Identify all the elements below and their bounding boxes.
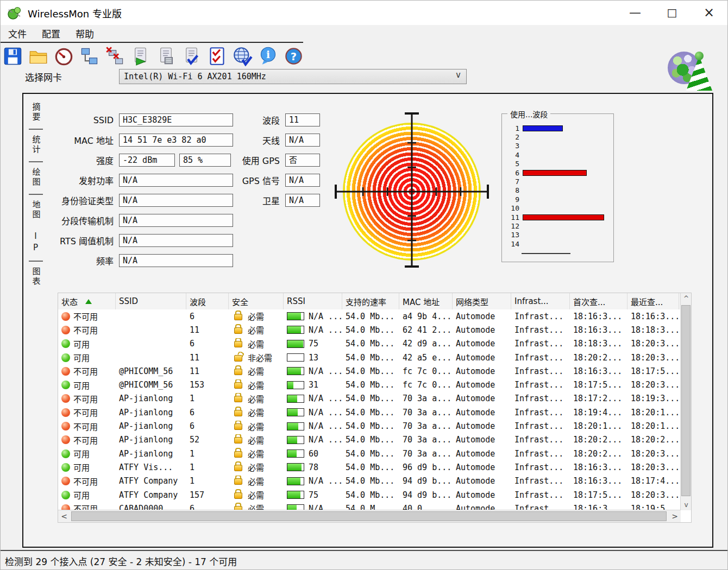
table-row[interactable]: 可用ATFY Vis...1必需7854.0 Mb...96 d9 b...Au… — [58, 460, 681, 474]
fragmentation-label: 分段传输机制 — [28, 214, 114, 227]
rts-threshold-value: N/A — [119, 234, 233, 247]
table-row[interactable]: 不可用AP-jianlong6必需N/A ...54.0 Mb...70 3a … — [58, 406, 681, 419]
channel-bar — [523, 170, 587, 176]
status-unavailable-icon — [61, 326, 70, 334]
scroll-down-arrow[interactable]: v — [681, 499, 692, 510]
channel-row: 10 — [505, 204, 611, 213]
open-folder-icon[interactable] — [28, 46, 48, 66]
summary-form-left: SSIDH3C_E3829E MAC 地址14 51 7e e3 82 a0 强… — [28, 113, 233, 267]
channel-value: 11 — [285, 113, 320, 126]
channel-row: 1 — [505, 124, 611, 132]
svg-text:?: ? — [291, 50, 297, 63]
fragmentation-value: N/A — [119, 214, 233, 227]
use-gps-value: 否 — [285, 154, 320, 167]
use-gps-label: 使用 GPS — [236, 154, 280, 167]
table-row[interactable]: 不可用6必需N/A ...54.0 Mb...a4 9b 4...Automod… — [58, 309, 681, 323]
wirelessmon-window: WirelessMon 专业版 — □ × 文件配置帮助 i ? 选择网卡 In… — [0, 0, 728, 570]
menu-item-2[interactable]: 帮助 — [76, 27, 94, 40]
table-row[interactable]: 可用11非必需1354.0 Mb...42 a5 e...AutomodeInf… — [58, 351, 681, 364]
column-header-last[interactable]: 最近查... — [627, 293, 679, 309]
help-icon[interactable]: ? — [284, 46, 304, 66]
save-icon[interactable] — [3, 46, 23, 66]
column-header-security[interactable]: 安全 — [229, 293, 284, 309]
table-row[interactable]: 不可用11必需N/A ...54.0 Mb...62 41 2...Automo… — [58, 323, 681, 337]
table-row[interactable]: 不可用@PHICOMM_5611必需N/A ...54.0 Mb...fc 7c… — [58, 364, 681, 378]
table-header: 状态SSID波段安全RSSI支持的速率MAC 地址网络类型Infrast...首… — [58, 293, 681, 310]
vertical-scrollbar[interactable]: ^ v — [680, 293, 691, 510]
strength-label: 强度 — [28, 154, 114, 167]
rssi-bar — [287, 408, 304, 416]
column-header-channel[interactable]: 波段 — [186, 293, 229, 309]
wirelessmon-logo — [668, 48, 713, 92]
column-header-first[interactable]: 首次查... — [570, 293, 627, 309]
status-unavailable-icon — [61, 394, 70, 403]
adapter-select[interactable]: Intel(R) Wi-Fi 6 AX201 160MHz v — [119, 69, 467, 84]
lock-icon — [234, 410, 242, 416]
status-available-icon — [61, 353, 70, 362]
horizontal-scrollbar[interactable]: < > — [58, 510, 681, 522]
web-globe-icon[interactable] — [233, 46, 253, 66]
column-header-status[interactable]: 状态 — [58, 293, 116, 309]
auth-type-label: 身份验证类型 — [28, 194, 114, 207]
vertical-scroll-thumb[interactable] — [681, 305, 691, 496]
column-header-ssid[interactable]: SSID — [116, 293, 186, 309]
rate-gauge-icon[interactable] — [54, 46, 74, 66]
table-row[interactable]: 可用ATFY Company157必需7554.0 Mb...94 d9 b..… — [58, 488, 681, 502]
report-run-icon[interactable] — [130, 46, 150, 66]
report-verify-icon[interactable] — [181, 46, 202, 66]
scroll-right-arrow[interactable]: > — [669, 510, 681, 522]
column-header-nettype[interactable]: 网络类型 — [453, 293, 511, 309]
column-header-rate[interactable]: 支持的速率 — [342, 293, 399, 309]
minimize-button[interactable]: — — [624, 4, 646, 21]
channel-bar — [523, 214, 604, 220]
status-unavailable-icon — [61, 435, 70, 444]
rssi-bar — [287, 463, 304, 471]
summary-form-right: 波段11 天线N/A 使用 GPS否 GPS 信号N/A 卫星N/A — [236, 113, 320, 207]
status-available-icon — [61, 449, 70, 458]
table-row[interactable]: 不可用AP-jianlong6必需N/A ...54.0 Mb...70 3a … — [58, 419, 681, 433]
status-bar: 检测到 29 个接入点 (27 安全 - 2 未知安全) - 17 个可用 — [1, 550, 727, 570]
table-row[interactable]: 不可用ATFY Company1必需N/A ...54.0 Mb...94 d9… — [58, 474, 681, 488]
column-header-infra[interactable]: Infrast... — [511, 293, 570, 309]
rssi-bar — [287, 477, 304, 485]
tx-power-label: 发射功率 — [28, 174, 114, 187]
channel-usage-bars: 1234567891011121314 — [505, 124, 611, 248]
table-row[interactable]: 不可用AP-jianlong52必需N/A ...54.0 Mb...70 3a… — [58, 433, 681, 447]
table-row[interactable]: 可用6必需7554.0 Mb...42 d9 a...AutomodeInfra… — [58, 337, 681, 351]
report-log-icon[interactable] — [156, 46, 176, 66]
table-row[interactable]: 可用@PHICOMM_56153必需3154.0 Mb...fc 7c 0...… — [58, 378, 681, 391]
table-row[interactable]: 不可用CABAD00006必需N/A54.0 M...40 0...Automo… — [58, 502, 681, 510]
adapter-label: 选择网卡 — [25, 70, 62, 84]
status-available-icon — [61, 491, 70, 499]
channel-row: 6 — [505, 168, 611, 177]
rssi-bar — [287, 312, 304, 320]
status-unavailable-icon — [61, 422, 70, 430]
channel-row: 5 — [505, 160, 611, 168]
network-adapters-icon[interactable] — [79, 46, 99, 66]
info-icon[interactable]: i — [258, 46, 278, 66]
rssi-bar — [287, 491, 304, 499]
column-header-rssi[interactable]: RSSI — [284, 293, 342, 309]
lock-icon — [234, 478, 242, 485]
menu-item-1[interactable]: 配置 — [42, 27, 60, 40]
svg-text:i: i — [266, 48, 270, 60]
scroll-up-arrow[interactable]: ^ — [681, 293, 692, 304]
horizontal-scroll-thumb[interactable] — [71, 511, 667, 521]
menu-item-0[interactable]: 文件 — [8, 27, 27, 40]
network-disconnect-icon[interactable] — [105, 46, 125, 66]
status-text: 检测到 29 个接入点 (27 安全 - 2 未知安全) - 17 个可用 — [5, 554, 237, 568]
scroll-left-arrow[interactable]: < — [58, 510, 70, 522]
maximize-button[interactable]: □ — [661, 4, 683, 21]
column-header-mac[interactable]: MAC 地址 — [399, 293, 453, 309]
table-row[interactable]: 可用AP-jianlong1必需6054.0 Mb...70 3a a...Au… — [58, 447, 681, 460]
strength-pct-value: 85 % — [179, 154, 231, 167]
rssi-bar — [287, 340, 304, 348]
main-panel: 摘要统计绘图地图 IP图表 SSIDH3C_E3829E MAC 地址14 51… — [22, 93, 713, 548]
lock-icon — [234, 396, 242, 402]
table-row[interactable]: 不可用AP-jianlong1必需N/A ...54.0 Mb...70 3a … — [58, 392, 681, 406]
channel-bar — [523, 125, 563, 131]
close-button[interactable]: × — [698, 4, 720, 21]
status-available-icon — [61, 339, 70, 348]
status-unavailable-icon — [61, 367, 70, 376]
checklist-icon[interactable] — [207, 46, 227, 66]
